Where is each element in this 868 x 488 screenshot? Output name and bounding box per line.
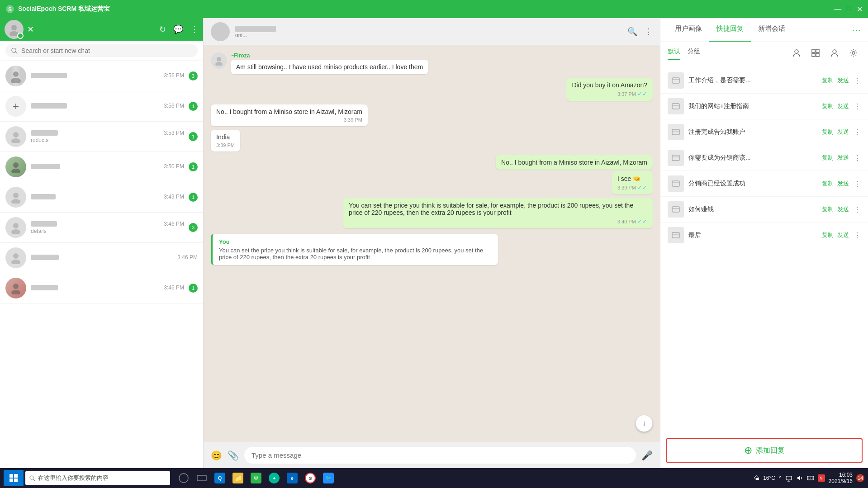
taskbar-app-circle[interactable] (175, 470, 192, 486)
quick-reply-more-2[interactable]: ⋮ (854, 102, 861, 111)
person-icon[interactable] (827, 46, 842, 60)
send-button-5[interactable]: 发送 (837, 180, 849, 188)
user-profile-icon[interactable] (789, 46, 804, 60)
grid-icon[interactable] (808, 46, 823, 60)
chat-item-7[interactable]: 3:46 PM (0, 243, 203, 273)
copy-button-4[interactable]: 复制 (822, 154, 834, 162)
send-button-4[interactable]: 发送 (837, 154, 849, 162)
sub-tab-group[interactable]: 分组 (688, 46, 700, 60)
quick-reply-text-6: 如何赚钱 (688, 205, 817, 213)
message-preview-sender: You (219, 238, 492, 245)
taskbar-expand-icon[interactable]: ^ (779, 475, 782, 481)
close-sidebar-icon[interactable]: ✕ (27, 24, 34, 34)
svg-rect-23 (812, 49, 815, 52)
keyboard-icon (807, 474, 814, 482)
copy-button-6[interactable]: 复制 (822, 205, 834, 213)
message-input-area: 😊 📎 🎤 (204, 442, 660, 468)
send-button-7[interactable]: 发送 (837, 231, 849, 239)
copy-button-5[interactable]: 复制 (822, 180, 834, 188)
scroll-down-button[interactable]: ↓ (636, 415, 653, 432)
search-input[interactable] (21, 47, 192, 54)
taskbar-app-edge[interactable]: e (284, 470, 300, 486)
taskbar-date: 2021/9/16 (829, 478, 853, 484)
quick-reply-more-1[interactable]: ⋮ (854, 76, 861, 85)
sub-tab-default[interactable]: 默认 (668, 46, 680, 60)
sidebar: ✕ ↻ 💬 ⋮ (0, 18, 204, 468)
message-bubble-sent-5b: I see 🤜 3:39 PM ✓✓ (612, 171, 653, 194)
message-sent-2: Did you buy it on Amazon? 3:37 PM ✓✓ (566, 78, 653, 101)
message-input[interactable] (244, 447, 636, 464)
message-preview-bubble: You You can set the price you think is s… (211, 234, 498, 265)
message-group-6: You can set the price you think is suita… (211, 198, 653, 228)
tab-new-chat[interactable]: 新增会话 (751, 18, 792, 42)
quick-reply-actions-4: 复制 发送 (822, 154, 849, 162)
svg-point-11 (11, 169, 20, 173)
send-button-6[interactable]: 发送 (837, 205, 849, 213)
taskbar-search-icon (29, 475, 35, 481)
taskbar-app-bird[interactable]: 🐦 (320, 470, 337, 486)
send-button-2[interactable]: 发送 (837, 102, 849, 110)
tab-quick-reply[interactable]: 快捷回复 (709, 18, 751, 42)
quick-reply-more-4[interactable]: ⋮ (854, 154, 861, 162)
chat-item-5[interactable]: 3:49 PM 1 (0, 182, 203, 213)
more-panel-icon[interactable]: ⋯ (852, 24, 861, 35)
taskbar-notification-badge[interactable]: 14 (856, 474, 864, 482)
chat-item-8[interactable]: 3:46 PM 1 (0, 273, 203, 303)
taskbar-app-blue[interactable]: Q (212, 470, 228, 486)
chat-item-3[interactable]: 3:53 PM roducts 1 (0, 122, 203, 152)
quick-reply-more-7[interactable]: ⋮ (854, 231, 861, 240)
chat-item-4[interactable]: 3:50 PM 1 (0, 152, 203, 182)
speaker-icon (796, 474, 803, 482)
double-check-icon-5b: ✓✓ (637, 184, 647, 191)
svg-point-22 (795, 50, 798, 53)
quick-reply-item-6: 如何赚钱 复制 发送 ⋮ (660, 197, 868, 223)
add-chat-button[interactable]: + (5, 96, 26, 117)
quick-reply-list: 工作介绍，是否需要... 复制 发送 ⋮ 我们的网站+注册指南 复制 发 (660, 64, 868, 433)
quick-reply-more-6[interactable]: ⋮ (854, 205, 861, 214)
microphone-icon[interactable]: 🎤 (641, 450, 653, 461)
attachment-icon[interactable]: 📎 (228, 450, 239, 461)
tab-user-profile[interactable]: 用户画像 (668, 18, 709, 42)
user-avatar-container[interactable] (5, 20, 24, 39)
svg-rect-31 (672, 104, 679, 109)
chat-item-6[interactable]: 3:46 PM details 3 (0, 213, 203, 243)
message-bubble-sent-2: Did you buy it on Amazon? 3:37 PM ✓✓ (566, 78, 653, 101)
minimize-button[interactable]: — (834, 5, 841, 14)
svg-point-27 (833, 50, 836, 53)
more-chat-options-icon[interactable]: ⋮ (645, 27, 653, 37)
send-button-1[interactable]: 发送 (837, 76, 849, 85)
taskbar-app-chrome[interactable]: ⊙ (302, 470, 318, 486)
refresh-icon[interactable]: ↻ (159, 24, 166, 34)
taskbar-app-windows[interactable] (194, 470, 210, 486)
message-group-4: India 3:39 PM (211, 130, 653, 152)
chat-icon[interactable]: 💬 (173, 24, 183, 34)
message-group-3: No.. I bought from a Miniso store in Aiz… (211, 104, 653, 126)
start-button[interactable] (4, 470, 24, 486)
add-reply-plus-icon: ⊕ (744, 445, 752, 456)
settings-icon[interactable] (846, 46, 861, 60)
emoji-icon[interactable]: 😊 (211, 450, 222, 461)
chat-item[interactable]: 3:56 PM 3 (0, 61, 203, 91)
quick-reply-more-5[interactable]: ⋮ (854, 180, 861, 188)
copy-button-7[interactable]: 复制 (822, 231, 834, 239)
send-button-3[interactable]: 发送 (837, 128, 849, 136)
more-options-icon[interactable]: ⋮ (190, 24, 199, 34)
copy-button-3[interactable]: 复制 (822, 128, 834, 136)
svg-rect-44 (14, 474, 18, 478)
search-chat-icon[interactable]: 🔍 (627, 27, 637, 37)
taskbar-app-green[interactable]: ✦ (266, 470, 282, 486)
svg-rect-43 (9, 474, 13, 478)
message-sender-name: ~Firoza (231, 52, 428, 59)
socialepoch-tray-icon[interactable]: S (818, 474, 825, 482)
add-reply-button[interactable]: ⊕ 添加回复 (744, 445, 785, 456)
copy-button-1[interactable]: 复制 (822, 76, 834, 85)
maximize-button[interactable]: □ (847, 5, 851, 14)
quick-reply-more-3[interactable]: ⋮ (854, 128, 861, 137)
taskbar-app-wechat[interactable]: W (248, 470, 264, 486)
copy-button-2[interactable]: 复制 (822, 102, 834, 110)
close-button[interactable]: ✕ (857, 5, 863, 14)
chat-time-2: 3:56 PM (164, 103, 184, 109)
taskbar-app-folder[interactable]: 📁 (230, 470, 246, 486)
message-sent-5: No.. I bought from a Miniso store in Aiz… (496, 155, 653, 170)
taskbar-search[interactable]: 在这里输入你要搜索的内容 (25, 471, 170, 485)
